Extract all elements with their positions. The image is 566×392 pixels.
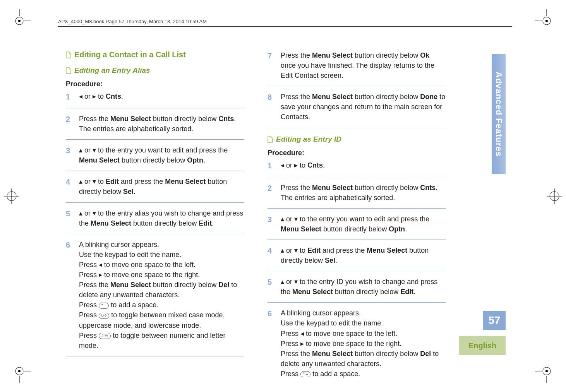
step-line: A blinking cursor appears. <box>79 240 244 250</box>
step-number: 2 <box>66 114 74 134</box>
step-text: button directly below <box>333 288 400 296</box>
step-number: 3 <box>268 214 275 234</box>
procedure-step: 7 Press the Menu Select button directly … <box>268 50 446 86</box>
screen-label: Cnts <box>307 161 323 169</box>
step-line: A blinking cursor appears. <box>281 308 446 318</box>
nav-up-icon <box>281 215 284 223</box>
step-line: Press to move one space to the left. <box>281 329 446 339</box>
step-text: Press <box>79 301 99 309</box>
screen-label: Edit <box>307 246 321 254</box>
nav-up-icon <box>281 278 284 286</box>
subsection-title-text: Editing as Entry ID <box>276 135 341 144</box>
step-line: Press # % to toggle between numeric and … <box>79 330 244 351</box>
procedure-step: 1 or to Cnts. <box>66 91 244 108</box>
right-column: 7 Press the Menu Select button directly … <box>268 50 446 390</box>
procedure-step: 6 A blinking cursor appears. Use the key… <box>268 308 446 384</box>
nav-down-icon <box>93 146 96 154</box>
running-header: APX_4000_M3.book Page 57 Thursday, March… <box>58 19 207 24</box>
step-line: Press * – to add a space. <box>281 369 446 379</box>
step-text: Press the <box>79 281 110 289</box>
screen-label: Del <box>420 350 431 358</box>
step-line: Press * – to add a space. <box>79 300 244 310</box>
step-text: . <box>203 156 205 164</box>
step-text: or <box>84 209 91 217</box>
step-text: or <box>286 161 292 169</box>
screen-label: Optn <box>389 225 405 233</box>
svg-point-15 <box>545 370 548 372</box>
step-text: to <box>98 92 104 100</box>
keycap-icon: * – <box>99 303 109 309</box>
procedure-label: Procedure: <box>268 149 446 157</box>
section-side-tab-label: Advanced Features <box>494 72 504 157</box>
step-bold: Menu Select <box>281 225 321 233</box>
nav-up-icon <box>79 146 82 154</box>
nav-down-icon <box>93 209 96 217</box>
step-text: to <box>298 246 307 254</box>
step-text: to <box>96 178 106 185</box>
registration-mark <box>4 188 19 204</box>
procedure-step: 3 or to the entry you want to edit and p… <box>268 214 446 240</box>
step-line: Press the Menu Select button directly be… <box>281 349 446 369</box>
nav-left-icon <box>281 161 284 169</box>
step-bold: Menu Select <box>367 246 407 254</box>
step-bold: Menu Select <box>110 281 151 289</box>
step-text: button directly below <box>120 156 187 164</box>
step-text: once you have finished. The display retu… <box>281 62 434 79</box>
step-text: to add a space. <box>310 370 360 378</box>
step-number: 6 <box>66 240 74 351</box>
step-text: Press <box>79 332 99 339</box>
crop-mark <box>8 9 31 33</box>
step-text: button directly below <box>321 225 389 233</box>
step-text: or <box>84 92 91 100</box>
step-body: or to Edit and press the Menu Select but… <box>79 176 244 197</box>
step-text: or <box>286 246 292 254</box>
procedure-step: 4 or to Edit and press the Menu Select b… <box>66 176 244 202</box>
section-title-text: Editing a Contact in a Call List <box>74 50 186 59</box>
step-body: or to Cnts. <box>79 91 244 103</box>
step-text: Press the <box>281 51 312 59</box>
step-text: button directly below <box>353 350 420 358</box>
procedure-label: Procedure: <box>66 80 244 88</box>
step-body: or to Cnts. <box>281 160 446 171</box>
step-text: . <box>323 161 325 169</box>
step-number: 5 <box>66 208 74 228</box>
step-text: button directly below <box>151 115 218 123</box>
step-body: Press the Menu Select button directly be… <box>281 92 446 122</box>
step-text: button directly below <box>151 281 218 289</box>
screen-label: Cnts <box>420 184 436 192</box>
step-number: 1 <box>268 160 275 171</box>
step-text: . <box>121 92 123 100</box>
procedure-step: 5 or to the entry ID you wish to change … <box>268 277 446 303</box>
step-text: to move one space to the right. <box>102 271 200 279</box>
screen-label: Edit <box>106 178 119 185</box>
keycap-icon: 0 ◊ <box>99 313 109 319</box>
svg-point-3 <box>18 20 21 22</box>
step-text: Press the <box>281 184 312 192</box>
step-number: 2 <box>268 183 275 203</box>
step-text: to <box>300 161 305 169</box>
step-line: Use the keypad to edit the name. <box>79 250 244 260</box>
screen-label: Sel <box>123 188 134 195</box>
nav-down-icon <box>93 178 96 185</box>
nav-right-icon <box>294 161 298 169</box>
step-text: to add a space. <box>109 301 158 309</box>
step-text: button directly below <box>353 51 420 59</box>
section-icon <box>66 67 71 74</box>
step-text: Press the <box>79 115 110 123</box>
registration-mark <box>547 188 562 204</box>
procedure-step: 8 Press the Menu Select button directly … <box>268 92 446 128</box>
step-text: button directly below <box>131 219 199 227</box>
procedure-step: 6 A blinking cursor appears. Use the key… <box>66 240 244 356</box>
nav-left-icon <box>79 92 82 100</box>
subsection-title-text: Editing an Entry Alias <box>74 66 150 75</box>
step-text: . <box>134 188 135 195</box>
step-bold: Menu Select <box>312 51 353 59</box>
screen-label: Ok <box>420 51 429 59</box>
step-number: 8 <box>268 92 275 122</box>
step-text: Press the <box>281 93 312 101</box>
step-text: button directly below <box>353 93 420 101</box>
nav-right-icon <box>99 271 102 279</box>
step-line: Press the Menu Select button directly be… <box>79 280 244 300</box>
subsection-title: Editing as Entry ID <box>268 135 446 144</box>
procedure-step: 1 or to Cnts. <box>268 160 446 177</box>
